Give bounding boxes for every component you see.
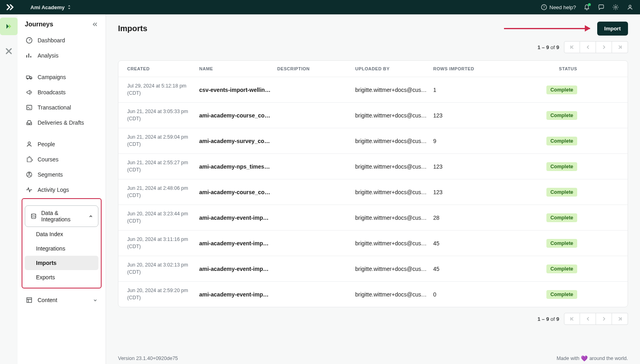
cell-created: Jun 21, 2024 at 3:05:33 pm (CDT) — [127, 108, 199, 122]
sidebar-item-analysis[interactable]: Analysis — [22, 48, 102, 63]
cell-created: Jun 20, 2024 at 3:23:44 pm (CDT) — [127, 211, 199, 225]
database-icon — [30, 213, 37, 220]
cell-rowsimported: 123 — [433, 163, 505, 170]
pager-top: 1 – 9 of 9 — [118, 41, 628, 53]
sidebar-item-dashboard[interactable]: Dashboard — [22, 33, 102, 48]
product-journeys[interactable] — [0, 18, 18, 35]
pager-prev-bottom[interactable] — [580, 313, 596, 325]
terminal-icon — [26, 104, 33, 111]
first-icon — [569, 316, 575, 322]
cell-status: Complete — [505, 239, 577, 248]
table-row[interactable]: Jul 29, 2024 at 5:12:18 pm (CDT) csv-eve… — [118, 77, 628, 102]
segment-icon — [26, 171, 33, 178]
first-icon — [569, 44, 575, 50]
brand-logo[interactable] — [6, 4, 14, 10]
journeys-icon — [5, 22, 13, 30]
col-created: CREATED — [127, 66, 199, 71]
pager-first[interactable] — [564, 41, 580, 53]
svg-point-12 — [32, 214, 36, 215]
sidebar-item-campaigns[interactable]: Campaigns — [22, 70, 102, 85]
import-button[interactable]: Import — [597, 22, 628, 36]
product-secondary[interactable] — [0, 42, 18, 60]
pager-last-bottom[interactable] — [612, 313, 628, 325]
status-badge: Complete — [546, 290, 577, 299]
cell-uploadedby: brigitte.wittmer+docs@cus… — [355, 215, 427, 221]
pager-first-bottom[interactable] — [564, 313, 580, 325]
sidebar-item-deliveries[interactable]: Deliveries & Drafts — [22, 115, 102, 130]
sidebar-item-courses[interactable]: Courses — [22, 152, 102, 167]
status-badge: Complete — [546, 188, 577, 197]
table-row[interactable]: Jun 20, 2024 at 3:02:13 pm (CDT) ami-aca… — [118, 256, 628, 281]
sidebar-sub-imports[interactable]: Imports — [25, 256, 98, 270]
cell-rowsimported: 123 — [433, 112, 505, 119]
sidebar-sub-exports[interactable]: Exports — [25, 270, 98, 284]
svg-rect-13 — [27, 298, 32, 302]
layout-icon — [26, 296, 33, 304]
sidebar-item-people[interactable]: People — [22, 137, 102, 152]
table-row[interactable]: Jun 20, 2024 at 2:59:20 pm (CDT) ami-aca… — [118, 281, 628, 307]
sidebar-sub-data-index[interactable]: Data Index — [25, 227, 98, 241]
x-icon — [5, 48, 12, 55]
pager-next-bottom[interactable] — [596, 313, 612, 325]
svg-point-2 — [615, 6, 617, 8]
cell-status: Complete — [505, 188, 577, 197]
sidebar-item-segments[interactable]: Segments — [22, 167, 102, 182]
status-badge: Complete — [546, 86, 577, 94]
cell-rowsimported: 123 — [433, 189, 505, 195]
cell-status: Complete — [505, 111, 577, 120]
workspace-switcher[interactable]: Ami Academy — [30, 4, 71, 10]
svg-text:?: ? — [543, 5, 545, 9]
need-help[interactable]: ? Need help? — [541, 4, 576, 10]
cell-rowsimported: 9 — [433, 138, 505, 144]
pager-prev[interactable] — [580, 41, 596, 53]
cell-name: ami-academy-event-impo… — [199, 266, 271, 272]
pager-last[interactable] — [612, 41, 628, 53]
cell-status: Complete — [505, 162, 577, 171]
svg-point-11 — [28, 173, 30, 174]
sidebar-item-transactional[interactable]: Transactional — [22, 100, 102, 115]
last-icon — [617, 316, 623, 322]
cell-created: Jul 29, 2024 at 5:12:18 pm (CDT) — [127, 83, 199, 97]
svg-point-3 — [629, 5, 631, 7]
puzzle-icon — [26, 156, 33, 163]
version-text: Version 23.1.40+0920de75 — [118, 356, 178, 361]
table-row[interactable]: Jun 21, 2024 at 3:05:33 pm (CDT) ami-aca… — [118, 102, 628, 128]
prev-icon — [585, 44, 591, 50]
status-badge: Complete — [546, 111, 577, 120]
status-badge: Complete — [546, 239, 577, 248]
settings-button[interactable] — [612, 4, 619, 11]
col-status: STATUS — [505, 66, 577, 71]
cell-name: ami-academy-survey_co… — [199, 138, 271, 144]
sidebar-item-data-integrations[interactable]: Data & Integrations — [25, 206, 98, 227]
table-row[interactable]: Jun 21, 2024 at 2:48:06 pm (CDT) ami-aca… — [118, 179, 628, 205]
chat-button[interactable] — [598, 4, 605, 11]
sidebar-item-activity-logs[interactable]: Activity Logs — [22, 182, 102, 197]
sidebar-sub-integrations[interactable]: Integrations — [25, 241, 98, 256]
chat-icon — [598, 4, 604, 10]
logo-icon — [6, 4, 14, 10]
svg-point-6 — [27, 78, 28, 80]
cell-uploadedby: brigitte.wittmer+docs@cus… — [355, 163, 427, 170]
table-row[interactable]: Jun 21, 2024 at 2:55:27 pm (CDT) ami-aca… — [118, 153, 628, 179]
page-title: Imports — [118, 24, 147, 33]
profile-button[interactable] — [626, 4, 634, 11]
table-row[interactable]: Jun 21, 2024 at 2:59:04 pm (CDT) ami-aca… — [118, 128, 628, 153]
svg-rect-8 — [27, 105, 32, 110]
cell-status: Complete — [505, 265, 577, 273]
footer: Version 23.1.40+0920de75 Made with 💜 aro… — [106, 355, 640, 362]
sidebar-item-broadcasts[interactable]: Broadcasts — [22, 85, 102, 100]
cell-status: Complete — [505, 137, 577, 145]
table-row[interactable]: Jun 20, 2024 at 3:11:16 pm (CDT) ami-aca… — [118, 230, 628, 256]
notifications-button[interactable] — [583, 4, 590, 11]
cell-uploadedby: brigitte.wittmer+docs@cus… — [355, 189, 427, 195]
cell-uploadedby: brigitte.wittmer+docs@cus… — [355, 112, 427, 119]
sidebar-item-content[interactable]: Content — [22, 292, 102, 308]
pager-text: 1 – 9 of 9 — [538, 44, 559, 50]
svg-point-7 — [30, 78, 32, 80]
collapse-icon[interactable] — [92, 22, 98, 27]
cell-name: ami-academy-course_co… — [199, 189, 271, 195]
cell-rowsimported: 0 — [433, 291, 505, 298]
table-row[interactable]: Jun 20, 2024 at 3:23:44 pm (CDT) ami-aca… — [118, 205, 628, 230]
last-icon — [617, 44, 623, 50]
pager-next[interactable] — [596, 41, 612, 53]
